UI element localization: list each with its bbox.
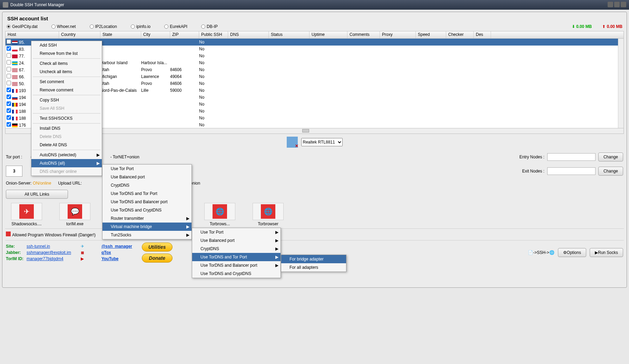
row-checkbox[interactable] <box>7 60 11 65</box>
maximize-icon[interactable] <box>614 2 620 7</box>
menu-item[interactable]: Remove comment <box>31 86 102 94</box>
col-city[interactable]: City <box>141 31 170 38</box>
menu-item[interactable]: Remove from the list <box>31 49 102 58</box>
menu-item[interactable]: Test SSH/SOCKS <box>31 114 102 122</box>
menu-item[interactable]: Use Balanced port▶ <box>192 236 281 245</box>
context-menu-vmbridge[interactable]: Use Tor Port▶Use Balanced port▶CryptDNS▶… <box>192 228 281 278</box>
menu-item[interactable]: Uncheck all items <box>31 68 102 76</box>
menu-item[interactable]: Tun2Socks▶ <box>102 231 191 239</box>
row-checkbox[interactable] <box>7 46 11 51</box>
row-checkbox[interactable] <box>7 122 11 127</box>
launcher-torimexe[interactable]: 💬torIM.exe <box>54 203 96 226</box>
scrollbar-vertical[interactable] <box>618 39 623 128</box>
menu-item[interactable]: CryptDNS <box>102 181 191 189</box>
menu-item[interactable]: Use Tor Port <box>102 165 191 173</box>
menu-item[interactable]: Use TorDNS and Balancer port <box>102 198 191 206</box>
radio-ipinfoio[interactable]: ipinfo.io <box>131 24 150 29</box>
menu-item[interactable]: Delete All DNS <box>31 141 102 149</box>
col-state[interactable]: State <box>100 31 141 38</box>
row-checkbox[interactable] <box>7 74 11 78</box>
col-comments[interactable]: Comments <box>347 31 380 38</box>
flag-icon <box>12 110 18 114</box>
jabber-link[interactable]: sshmanager@exploit.im <box>27 250 71 255</box>
utilities-button[interactable]: Utilities <box>142 243 173 252</box>
row-checkbox[interactable] <box>7 39 11 44</box>
exit-nodes-label: Exit Nodes : <box>522 169 544 174</box>
radio-dbip[interactable]: DB-IP <box>201 24 218 29</box>
tor-port-label: Tor port : <box>6 155 27 159</box>
all-url-links-button[interactable]: All URL Links <box>6 190 68 199</box>
col-public-ssh[interactable]: Public SSH <box>199 31 228 38</box>
site-link[interactable]: ssh-tunnel.in <box>27 244 71 249</box>
col-zip[interactable]: ZIP <box>170 31 199 38</box>
ssh-chain-icon: 📄->SSH->🌐 <box>528 250 554 255</box>
context-menu-autodns[interactable]: Use Tor PortUse Balanced portCryptDNSUse… <box>102 164 192 239</box>
menu-item[interactable]: Copy SSH <box>31 96 102 104</box>
row-checkbox[interactable] <box>7 95 11 99</box>
radio-geoipcitydat[interactable]: GeoIPCity.dat <box>7 24 38 29</box>
entry-change-button[interactable]: Change <box>598 153 623 161</box>
row-checkbox[interactable] <box>7 101 11 106</box>
menu-item[interactable]: Virtual machine bridge▶ <box>102 223 191 231</box>
menu-item[interactable]: AutoDNS (all)▶ <box>31 159 102 167</box>
menu-item[interactable]: CryptDNS▶ <box>192 245 281 253</box>
options-button[interactable]: ⚙ Options <box>558 248 586 257</box>
flag-icon <box>12 48 18 51</box>
social-link[interactable]: YouTube <box>101 256 132 261</box>
launcher-torbrows[interactable]: 🌐Torbrows... <box>199 203 240 226</box>
row-checkbox[interactable] <box>7 67 11 71</box>
row-checkbox[interactable] <box>7 53 11 58</box>
col-proxy[interactable]: Proxy <box>380 31 416 38</box>
donate-button[interactable]: Donate <box>142 254 173 263</box>
menu-item[interactable]: Use Balanced port <box>102 173 191 181</box>
window-controls[interactable] <box>607 2 626 8</box>
launcher-shadowsocks[interactable]: ✈Shadowsocks.... <box>6 203 47 226</box>
row-checkbox[interactable] <box>7 108 11 113</box>
menu-item: DNS changer online <box>31 167 102 176</box>
social-link[interactable]: @ssh_manager <box>101 244 132 249</box>
exit-change-button[interactable]: Change <box>598 167 623 176</box>
menu-item[interactable]: AutoDNS (selected)▶ <box>31 151 102 159</box>
groupbox-title: SSH account list <box>5 15 624 22</box>
menu-item[interactable]: Use TorDNS and Tor Port <box>102 189 191 198</box>
col-status[interactable]: Status <box>269 31 309 38</box>
menu-item[interactable]: Install DNS <box>31 124 102 132</box>
col-checker[interactable]: Checker <box>446 31 474 38</box>
row-checkbox[interactable] <box>7 88 11 92</box>
menu-item[interactable]: Use TorDNS and Tor Port▶ <box>192 253 281 261</box>
minimize-icon[interactable] <box>608 2 613 7</box>
launcher-torbrowser[interactable]: 🌐Torbrowser <box>247 203 289 226</box>
exit-nodes-input[interactable] <box>547 167 596 175</box>
menu-item[interactable]: For all adapters <box>281 263 346 272</box>
col-uptime[interactable]: Uptime <box>309 31 347 38</box>
upload-mb: ⬆ 0.00 MB <box>602 24 622 29</box>
menu-item[interactable]: For bridge adapter <box>281 255 346 263</box>
context-menu-main[interactable]: Add SSHRemove from the listCheck all ite… <box>31 41 102 176</box>
entry-nodes-input[interactable] <box>547 153 596 161</box>
radio-iplocation[interactable]: IP2Location <box>90 24 117 29</box>
col-dns[interactable]: DNS <box>228 31 269 38</box>
run-socks-button[interactable]: ▶ Run Socks <box>590 248 623 257</box>
row-checkbox[interactable] <box>7 81 11 85</box>
menu-item[interactable]: Use TorDNS and CryptDNS <box>102 206 191 214</box>
col-speed[interactable]: Speed <box>416 31 446 38</box>
menu-item[interactable]: Use TorDNS and CryptDNS <box>192 269 281 278</box>
menu-item[interactable]: Add SSH <box>31 41 102 49</box>
col-des[interactable]: Des <box>474 31 491 38</box>
nic-select[interactable]: Realtek RTL8811 <box>301 138 343 146</box>
social-link[interactable]: qTox <box>101 250 132 255</box>
menu-item[interactable]: Use Tor Port▶ <box>192 228 281 236</box>
close-icon[interactable] <box>621 2 626 7</box>
menu-item[interactable]: Set comment <box>31 78 102 86</box>
radio-whoernet[interactable]: Whoer.net <box>51 24 76 29</box>
tor-port-spin[interactable]: 3 <box>6 166 22 177</box>
menu-item[interactable]: Use TorDNS and Balancer port▶ <box>192 261 281 269</box>
menu-item[interactable]: Router transmitter▶ <box>102 214 191 223</box>
torim-link[interactable]: manager77bjdgdm4 <box>27 256 71 261</box>
col-host[interactable]: Host <box>6 31 59 38</box>
col-country[interactable]: Country <box>59 31 100 38</box>
row-checkbox[interactable] <box>7 115 11 120</box>
menu-item[interactable]: Check all items <box>31 59 102 68</box>
context-menu-adapter[interactable]: For bridge adapterFor all adapters <box>281 255 346 272</box>
radio-eurekapi[interactable]: EurekAPI <box>164 24 187 29</box>
